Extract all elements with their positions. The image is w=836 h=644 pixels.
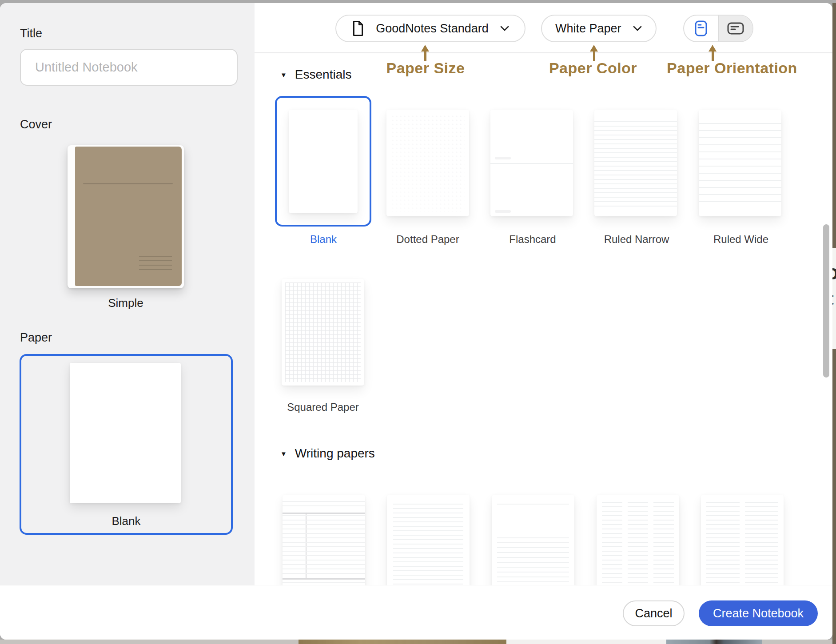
flashcard-divider (490, 163, 573, 164)
notebook-title-input[interactable] (20, 49, 238, 86)
paper-option-label[interactable]: Ruled Narrow (588, 233, 685, 246)
paper-orientation-toggle (683, 15, 753, 42)
background-photo-tan (299, 640, 506, 644)
cover-corner-lines (139, 252, 172, 270)
paper-size-dropdown[interactable]: GoodNotes Standard (335, 15, 525, 42)
cover-thumbnail-simple[interactable] (68, 145, 184, 288)
background-right-window: o t (832, 248, 836, 349)
orientation-portrait-segment[interactable] (684, 16, 718, 41)
collapse-triangle-icon: ▼ (280, 71, 287, 79)
annotation-paper-orientation: Paper Orientation (652, 60, 812, 77)
collapse-triangle-icon: ▼ (280, 450, 287, 457)
section-header-writing-papers[interactable]: ▼ Writing papers (280, 446, 375, 461)
landscape-notebook-icon (727, 22, 744, 35)
cover-groove (83, 183, 173, 184)
blank-page-preview (289, 110, 358, 213)
cornell-bottom-rule (283, 578, 365, 580)
cornell-top-rule (283, 513, 365, 514)
vertical-scrollbar-thumb[interactable] (823, 224, 829, 378)
paper-option-label[interactable]: Ruled Wide (692, 233, 790, 246)
paper-color-dropdown[interactable]: White Paper (541, 15, 657, 42)
paper-option-label[interactable]: Blank (275, 233, 372, 246)
orientation-landscape-segment[interactable] (718, 16, 752, 41)
section-header-essentials[interactable]: ▼ Essentials (280, 68, 351, 82)
dialog-footer: Cancel Create Notebook (0, 585, 832, 640)
paper-option-label[interactable]: Squared Paper (274, 401, 372, 413)
cover-front (75, 147, 182, 286)
three-column-pattern (602, 502, 674, 596)
selected-paper-preview (70, 363, 181, 503)
chevron-down-icon (633, 25, 642, 32)
background-photo-person (666, 640, 762, 644)
topbar-divider (255, 52, 832, 53)
section-title: Essentials (295, 68, 352, 82)
paper-option-dotted[interactable] (386, 110, 469, 216)
paper-option-blank[interactable] (275, 96, 371, 227)
two-column-pattern (706, 502, 778, 596)
cover-caption: Simple (77, 296, 175, 310)
background-app-strip (0, 640, 836, 644)
screen: o t Title Cover Simple Paper Blank (0, 0, 836, 644)
clipped-glyph: o (832, 260, 836, 284)
flashcard-mark (495, 157, 511, 159)
clipped-glyph: t (832, 290, 834, 309)
cornell-lines (283, 515, 365, 577)
squared-pattern (285, 282, 361, 382)
paper-caption: Blank (77, 514, 175, 528)
cornell-pattern (283, 501, 365, 510)
paper-option-squared[interactable] (282, 279, 364, 386)
create-notebook-button[interactable]: Create Notebook (699, 600, 818, 626)
dialog-sidebar: Title Cover Simple Paper Blank (0, 3, 255, 640)
dotted-pattern (391, 114, 465, 212)
section-title: Writing papers (295, 446, 375, 461)
paper-color-value: White Paper (555, 22, 621, 36)
ruled-narrow-pattern (594, 121, 677, 207)
letter-top-rule (497, 504, 569, 505)
paper-label: Paper (20, 331, 52, 345)
portrait-notebook-icon (694, 20, 708, 37)
ruled-margin-pattern (393, 504, 463, 594)
create-notebook-dialog: Title Cover Simple Paper Blank (0, 3, 832, 640)
cancel-button[interactable]: Cancel (623, 600, 685, 626)
background-white-block (506, 640, 666, 644)
paper-size-value: GoodNotes Standard (373, 22, 492, 36)
chevron-down-icon (500, 25, 510, 32)
document-icon (351, 20, 365, 36)
paper-option-flashcard[interactable] (490, 110, 573, 216)
paper-option-label[interactable]: Flashcard (484, 233, 581, 246)
cover-label: Cover (20, 118, 52, 131)
ruled-wide-pattern (699, 123, 781, 205)
background-right-edge: o t (832, 3, 836, 644)
paper-option-label[interactable]: Dotted Paper (379, 233, 477, 246)
annotation-paper-color: Paper Color (531, 60, 655, 77)
annotation-paper-size: Paper Size (368, 60, 483, 77)
title-label: Title (20, 27, 42, 40)
flashcard-mark (495, 210, 511, 213)
paper-option-ruled-narrow[interactable] (594, 110, 677, 216)
paper-option-ruled-wide[interactable] (699, 110, 781, 216)
